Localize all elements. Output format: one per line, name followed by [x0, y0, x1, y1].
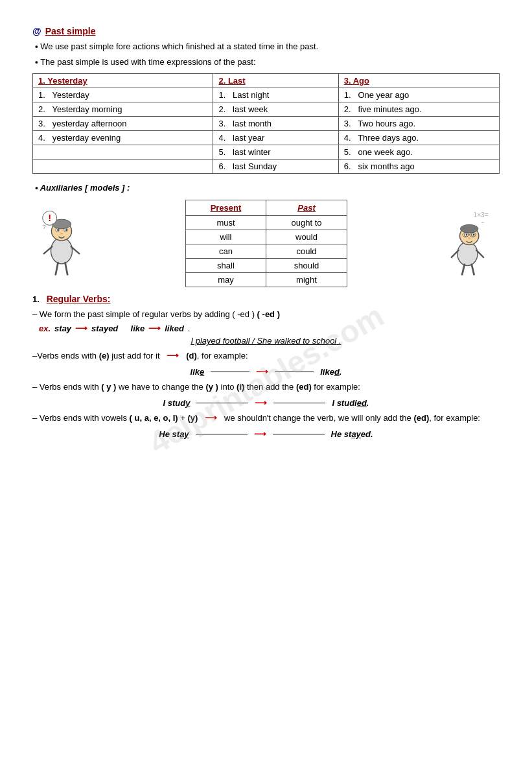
table-row: 1. Yesterday 1. Last night 1. One year a…	[33, 88, 500, 102]
yesterday-4: 4. yesterday evening	[33, 131, 213, 145]
page-title: Past simple	[45, 26, 96, 36]
page-header: @ Past simple We use past simple fore ac…	[32, 26, 500, 68]
auxiliaries-table: Present Past must ought to will would ca…	[185, 200, 347, 287]
table-row: 5. last winter 5. one week ago.	[33, 145, 500, 160]
yesterday-3: 3. yesterday afternoon	[33, 117, 213, 131]
rule-text-2: –Verbs ends with (e) just add for it ⟶ (…	[32, 349, 500, 363]
svg-line-12	[56, 263, 58, 274]
aux-row: may might	[185, 272, 347, 287]
period: .	[188, 324, 191, 333]
svg-text:1×3=: 1×3=	[474, 211, 489, 218]
table-row: 3. yesterday afternoon 3. last month 3. …	[33, 117, 500, 131]
arrow-icon-2: ⟶	[148, 324, 161, 333]
yesterday-6	[33, 160, 213, 174]
svg-text:÷: ÷	[481, 220, 485, 226]
aux-title: Auxiliaries [ models ] :	[32, 182, 500, 195]
svg-point-5	[57, 229, 59, 231]
last-2: 2. last week	[213, 102, 338, 117]
col-header-yesterday: 1. Yesterday	[33, 74, 213, 88]
aux-col-past: Past	[266, 200, 347, 215]
regular-verbs-section: 1. Regular Verbs: – We form the past sim…	[32, 294, 500, 439]
aux-present-5: may	[185, 272, 266, 287]
stay-stayed-example: He stay ⟶ He stayed.	[32, 429, 500, 439]
svg-text:!: !	[48, 212, 51, 222]
auxiliaries-section: Auxiliaries [ models ] :	[32, 182, 500, 287]
svg-point-0	[51, 237, 73, 263]
rule-text-4: – Verbs ends with vowels ( u, a, e, o, I…	[32, 412, 500, 425]
example-stay-like: ex. stay ⟶ stayed like ⟶ liked .	[39, 324, 500, 333]
last-4: 4. last year	[213, 131, 338, 145]
studied-word: I studied.	[332, 398, 369, 408]
aux-present-1: must	[185, 215, 266, 230]
cartoon-left: ! ? ?	[32, 200, 91, 278]
aux-past-4: should	[266, 258, 347, 272]
section-title: Regular Verbs:	[47, 294, 111, 304]
study-studied-example: I study ⟶ I studied.	[32, 398, 500, 408]
study-word: I study	[163, 398, 191, 408]
table-row: 4. yesterday evening 4. last year 4. Thr…	[33, 131, 500, 145]
aux-past-2: would	[266, 230, 347, 244]
svg-point-7	[60, 232, 63, 234]
section-num: 1.	[32, 294, 40, 304]
arrow-icon-4: ⟶	[256, 367, 268, 377]
svg-point-23	[465, 233, 467, 235]
svg-point-24	[472, 233, 474, 235]
last-1: 1. Last night	[213, 88, 338, 102]
svg-line-30	[472, 264, 474, 274]
aux-present-3: can	[185, 244, 266, 258]
aux-past-5: might	[266, 272, 347, 287]
svg-point-20	[460, 224, 478, 233]
at-symbol: @	[32, 26, 41, 36]
col-header-ago: 3. Ago	[338, 74, 499, 88]
ago-3: 3. Two hours ago.	[338, 117, 499, 131]
example-stayed: stayed	[91, 324, 118, 333]
svg-line-29	[462, 264, 465, 274]
ago-6: 6. six months ago	[338, 160, 499, 174]
yesterday-5	[33, 145, 213, 160]
ago-5: 5. one week ago.	[338, 145, 499, 160]
aux-row: must ought to	[185, 215, 347, 230]
svg-text:?: ?	[52, 222, 55, 228]
hestayed-word: He stayed.	[331, 429, 373, 439]
rule-text-3: – Verbs ends with ( y ) we have to chang…	[32, 381, 500, 394]
arrow-icon-1: ⟶	[75, 324, 87, 333]
aux-present-4: shall	[185, 258, 266, 272]
ago-4: 4. Three days ago.	[338, 131, 499, 145]
like-word: like	[191, 367, 205, 377]
aux-row: can could	[185, 244, 347, 258]
aux-past-1: ought to	[266, 215, 347, 230]
svg-text:?: ?	[43, 223, 46, 230]
example-like: like	[131, 324, 145, 333]
hestay-word: He stay	[159, 429, 189, 439]
arrow-icon-7: ⟶	[254, 429, 266, 439]
ed-label: ( -ed )	[257, 309, 280, 319]
arrow-icon-3: ⟶	[167, 351, 179, 361]
sentence-example-1: I played football / She walked to school…	[32, 336, 500, 346]
last-5: 5. last winter	[213, 145, 338, 160]
aux-present-2: will	[185, 230, 266, 244]
rule-1: We use past simple fore actions which fi…	[32, 40, 500, 53]
svg-point-18	[457, 242, 478, 266]
yesterday-2: 2. Yesterday morning	[33, 102, 213, 117]
aux-col-present: Present	[185, 200, 266, 215]
liked-word: liked.	[320, 367, 341, 377]
ago-1: 1. One year ago	[338, 88, 499, 102]
cartoon-right: 1×3= ÷	[441, 200, 500, 278]
svg-point-6	[65, 229, 67, 231]
svg-point-25	[468, 237, 470, 239]
last-3: 3. last month	[213, 117, 338, 131]
auxiliaries-table-wrapper: Present Past must ought to will would ca…	[97, 200, 435, 287]
time-expressions-table: 1. Yesterday 2. Last 3. Ago 1. Yesterday…	[32, 73, 500, 174]
aux-row: will would	[185, 230, 347, 244]
yesterday-1: 1. Yesterday	[33, 88, 213, 102]
rule-text-1: – We form the past simple of regular ver…	[32, 308, 500, 322]
arrow-icon-6: ⟶	[205, 413, 217, 423]
example-stay: stay	[54, 324, 71, 333]
aux-past-3: could	[266, 244, 347, 258]
aux-row: shall should	[185, 258, 347, 272]
example-liked: liked	[165, 324, 184, 333]
last-6: 6. last Sunday	[213, 160, 338, 174]
col-header-last: 2. Last	[213, 74, 338, 88]
rule-2: The past simple is used with time expres…	[32, 56, 500, 69]
arrow-icon-5: ⟶	[255, 398, 267, 408]
